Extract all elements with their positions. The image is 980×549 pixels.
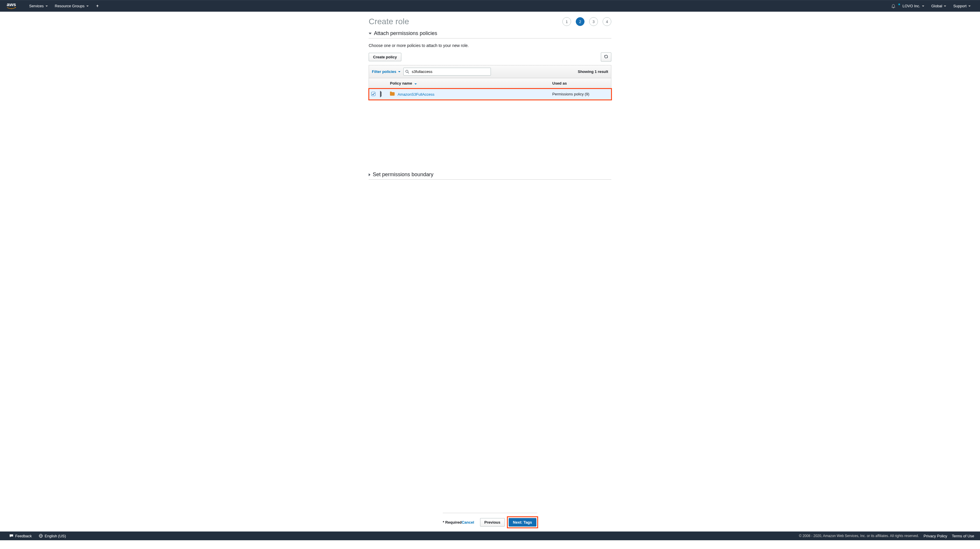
chevron-down-icon (922, 6, 924, 7)
chevron-down-icon (398, 71, 401, 72)
nav-region-label: Global (931, 4, 942, 8)
filter-policies-dropdown[interactable]: Filter policies (372, 69, 401, 74)
globe-icon (39, 534, 43, 538)
policy-toolbar: Create policy (369, 53, 611, 62)
cancel-button[interactable]: Cancel (462, 520, 474, 525)
svg-line-1 (408, 72, 409, 73)
nav-services[interactable]: Services (25, 4, 51, 8)
search-input[interactable] (403, 68, 491, 76)
expand-icon[interactable] (380, 91, 382, 97)
section-title: Attach permissions policies (374, 30, 437, 37)
wizard-steps: 1 2 3 4 (562, 17, 611, 26)
nav-pin[interactable] (92, 5, 103, 8)
policy-checkbox[interactable] (371, 92, 375, 96)
policy-icon (390, 92, 395, 95)
nav-region[interactable]: Global (928, 4, 950, 8)
nav-account[interactable]: LOVO Inc. (899, 4, 928, 8)
result-count: Showing 1 result (578, 69, 608, 74)
step-2[interactable]: 2 (576, 17, 584, 26)
page-title: Create role (369, 17, 409, 26)
nav-services-label: Services (29, 4, 44, 8)
language-label: English (US) (45, 534, 66, 538)
policies-table: Policy name Used as Amaz (369, 78, 611, 100)
nav-resource-groups-label: Resource Groups (55, 4, 84, 8)
column-used-as[interactable]: Used as (550, 78, 611, 89)
pin-icon (95, 5, 99, 8)
terms-link[interactable]: Terms of Use (952, 534, 974, 538)
svg-point-0 (406, 70, 408, 72)
refresh-button[interactable] (601, 53, 611, 62)
expand-icon (369, 173, 371, 176)
section-description: Choose one or more policies to attach to… (369, 38, 611, 53)
nav-resource-groups[interactable]: Resource Groups (51, 4, 92, 8)
chevron-down-icon (944, 6, 946, 7)
aws-logo[interactable]: aws (6, 3, 17, 10)
section-permissions-boundary[interactable]: Set permissions boundary (369, 170, 611, 180)
feedback-link[interactable]: Feedback (6, 534, 35, 538)
collapse-icon (369, 33, 372, 34)
filter-bar: Filter policies Showing 1 result (369, 65, 611, 78)
chevron-down-icon (968, 6, 970, 7)
column-policy-name[interactable]: Policy name (388, 78, 550, 89)
section-attach-policies[interactable]: Attach permissions policies (369, 29, 611, 38)
privacy-link[interactable]: Privacy Policy (924, 534, 947, 538)
feedback-label: Feedback (15, 534, 32, 538)
nav-support-label: Support (953, 4, 967, 8)
check-icon (372, 92, 375, 95)
previous-button[interactable]: Previous (480, 518, 505, 527)
policy-used-as: Permissions policy (9) (550, 89, 611, 100)
boundary-title: Set permissions boundary (373, 172, 433, 178)
create-policy-button[interactable]: Create policy (369, 53, 401, 61)
next-button[interactable]: Next: Tags (509, 518, 537, 527)
nav-account-label: LOVO Inc. (902, 4, 920, 8)
policy-name-link[interactable]: AmazonS3FullAccess (398, 92, 434, 97)
search-icon (406, 70, 409, 73)
step-1[interactable]: 1 (562, 17, 571, 26)
bell-icon (891, 4, 896, 8)
main-content: Create role 1 2 3 4 Attach permissions p… (369, 12, 611, 180)
required-note: * Required (443, 520, 462, 525)
copyright-text: © 2008 - 2020, Amazon Web Services, Inc.… (799, 534, 919, 538)
refresh-icon (604, 54, 608, 59)
chevron-down-icon (86, 6, 89, 7)
nav-support[interactable]: Support (950, 4, 974, 8)
step-4[interactable]: 4 (603, 17, 611, 26)
chevron-down-icon (46, 6, 48, 7)
language-selector[interactable]: English (US) (35, 534, 69, 538)
chat-icon (10, 534, 13, 538)
search-box (403, 68, 491, 76)
filter-label: Filter policies (372, 69, 396, 74)
sort-icon (414, 83, 417, 84)
notification-dot-icon (898, 3, 900, 5)
top-navbar: aws Services Resource Groups LOVO Inc. G… (0, 0, 980, 12)
step-3[interactable]: 3 (589, 17, 598, 26)
nav-notifications[interactable] (888, 4, 899, 8)
bottom-bar: Feedback English (US) © 2008 - 2020, Ama… (0, 531, 980, 540)
table-row: AmazonS3FullAccess Permissions policy (9… (369, 89, 611, 100)
page-title-row: Create role 1 2 3 4 (369, 17, 611, 26)
footer-actions: * Required Cancel Previous Next: Tags (443, 513, 537, 531)
